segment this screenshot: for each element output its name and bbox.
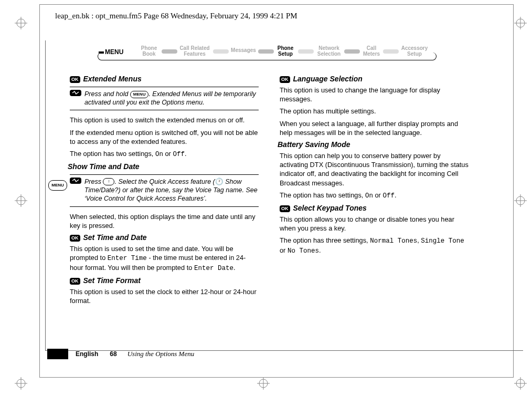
ok-badge-icon: OK <box>280 76 290 83</box>
up-arrow-key-icon: ↑ <box>103 178 114 185</box>
ok-badge-icon: OK <box>70 76 80 83</box>
body-text: This option is used to set the clock to … <box>70 287 259 306</box>
tip-lightning-icon <box>70 178 81 184</box>
crop-mark-icon <box>15 194 27 207</box>
body-text: The option has two settings, On or Off. <box>280 191 469 201</box>
ok-badge-icon: OK <box>280 205 290 212</box>
heading-language-selection: OKLanguage Selection <box>280 75 469 84</box>
menu-bar: MENU PhoneBook Call RelatedFeatures Mess… <box>100 44 438 62</box>
crop-mark-icon <box>15 377 27 390</box>
heading-extended-menus: OKExtended Menus <box>70 75 259 84</box>
body-text: This option is used to set the time and … <box>70 244 259 273</box>
footer-language: English <box>76 350 98 358</box>
tip-text: . Select the Quick Access feature ( <box>114 178 215 185</box>
menu-outline <box>98 53 437 60</box>
crop-mark-icon <box>514 17 527 29</box>
heading-battery-saving: Battery Saving Mode <box>278 140 469 149</box>
crop-mark-icon <box>514 377 527 390</box>
footer-section-title: Using the Options Menu <box>127 350 194 358</box>
clock-glyph-icon: 🕐 <box>215 178 224 185</box>
tip-text: Press and hold <box>84 90 130 98</box>
heading-set-time-format: OKSet Time Format <box>70 276 259 285</box>
tip-lightning-icon <box>70 90 81 96</box>
heading-set-time-date: OKSet Time and Date <box>70 233 259 242</box>
body-text: When selected, this option displays the … <box>70 212 259 231</box>
menu-key-icon: MENU <box>130 91 149 98</box>
body-text: The option has multiple settings. <box>280 107 469 116</box>
tip-box: Press and hold MENU. Extended Menus will… <box>70 87 259 111</box>
footer-marker-icon <box>47 349 68 359</box>
menu-key-icon: MENU <box>48 180 67 191</box>
tip-text: Press <box>84 178 103 185</box>
heading-show-time-date: Show Time and Date <box>68 162 259 171</box>
page-footer: English 68 Using the Options Menu <box>47 349 194 359</box>
left-column: OKExtended Menus Press and hold MENU. Ex… <box>70 71 259 308</box>
right-column: OKLanguage Selection This option is used… <box>280 71 469 259</box>
running-head: leap_en.bk : opt_menu.fm5 Page 68 Wednes… <box>55 12 297 20</box>
body-text: If the extended menu option is switched … <box>70 128 259 147</box>
ok-badge-icon: OK <box>70 235 80 242</box>
crop-mark-icon <box>257 377 270 390</box>
body-text: The option has two settings, On or Off. <box>70 149 259 159</box>
body-text: The option has three settings, Normal To… <box>280 236 469 256</box>
crop-mark-icon <box>15 17 27 29</box>
body-text: This option is used to switch the extend… <box>70 116 259 124</box>
heading-select-keypad-tones: OKSelect Keypad Tones <box>280 204 469 213</box>
body-text: This option can help you to conserve bat… <box>280 151 469 187</box>
body-text: This option is used to change the langua… <box>280 86 469 104</box>
footer-page-number: 68 <box>110 350 116 358</box>
ok-badge-icon: OK <box>70 278 80 285</box>
body-text: This option allows you to change or disa… <box>280 215 469 233</box>
body-text: When you select a language, all further … <box>280 119 469 138</box>
tip-box: Press ↑. Select the Quick Access feature… <box>70 174 259 207</box>
